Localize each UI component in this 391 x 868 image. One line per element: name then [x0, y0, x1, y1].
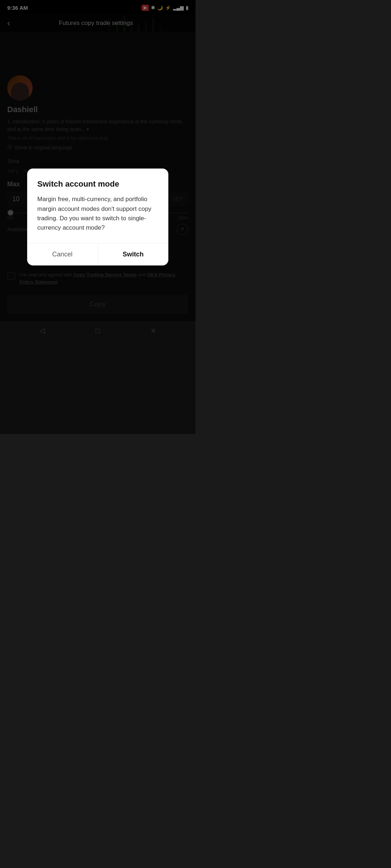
modal-dialog: Switch account mode Margin free, multi-c… — [27, 169, 168, 265]
switch-button[interactable]: Switch — [98, 243, 169, 265]
modal-body: Margin free, multi-currency, and portfol… — [37, 195, 158, 233]
cancel-button[interactable]: Cancel — [27, 243, 98, 265]
modal-overlay[interactable]: Switch account mode Margin free, multi-c… — [0, 0, 196, 434]
modal-title: Switch account mode — [37, 179, 158, 189]
modal-actions: Cancel Switch — [27, 243, 168, 265]
